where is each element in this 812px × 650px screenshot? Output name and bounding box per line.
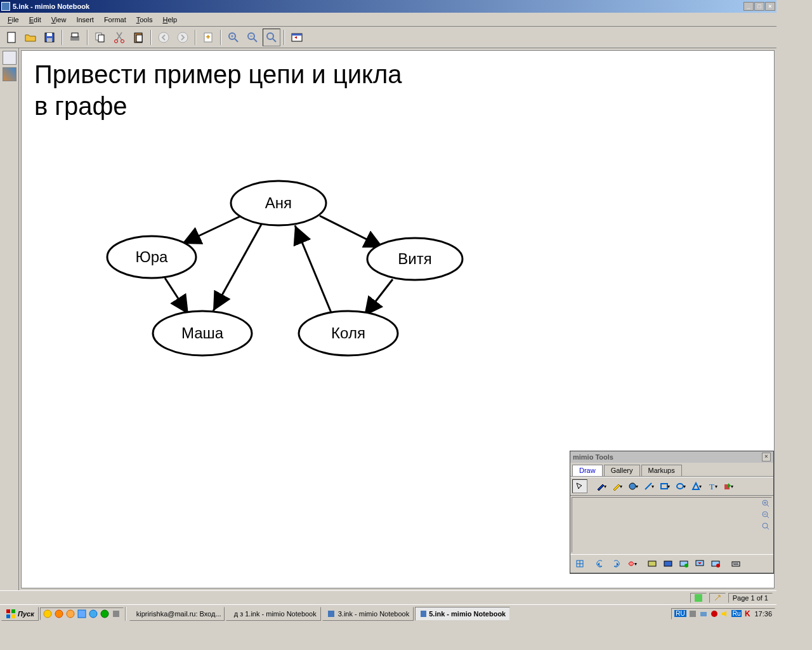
taskbar-item-3[interactable]: 3.ink - mimio Notebook xyxy=(322,607,414,621)
tool-screen-down[interactable] xyxy=(692,557,707,571)
taskbar-item-2[interactable]: д з 1.ink - mimio Notebook xyxy=(226,607,321,621)
svg-rect-5 xyxy=(72,33,78,37)
node-yura: Юра xyxy=(136,248,169,265)
svg-rect-19 xyxy=(292,34,302,36)
tool-triangle[interactable]: ▾ xyxy=(689,479,704,493)
svg-point-43 xyxy=(684,564,688,567)
svg-rect-63 xyxy=(421,611,426,617)
taskbar-item-1[interactable]: kipririshka@mail.ru: Вход... xyxy=(129,607,225,621)
tool-screen-yellow[interactable] xyxy=(645,557,660,571)
ql-icon-7[interactable] xyxy=(111,609,121,619)
minimize-button[interactable]: _ xyxy=(743,2,754,11)
tray-icon-1[interactable] xyxy=(688,609,697,618)
tool-rectangle[interactable]: ▾ xyxy=(657,479,672,493)
ql-icon-4[interactable] xyxy=(77,609,87,619)
menu-tools[interactable]: Tools xyxy=(131,15,158,25)
tab-markups[interactable]: Markups xyxy=(641,465,682,476)
maximize-button[interactable]: □ xyxy=(754,2,764,11)
close-button[interactable]: × xyxy=(765,2,775,11)
tool-screen-blue[interactable] xyxy=(660,557,676,571)
forward-button[interactable] xyxy=(174,29,192,46)
zoom-in-icon[interactable] xyxy=(761,499,770,508)
tab-draw[interactable]: Draw xyxy=(572,465,603,476)
svg-line-23 xyxy=(295,225,334,319)
taskbar: Пуск kipririshka@mail.ru: Вход... д з 1.… xyxy=(0,604,776,622)
tool-pen[interactable]: ▾ xyxy=(594,479,609,493)
menu-insert[interactable]: Insert xyxy=(71,15,99,25)
menu-format[interactable]: Format xyxy=(99,15,131,25)
menu-view[interactable]: View xyxy=(46,15,72,25)
mimio-tools-panel: mimio Tools × Draw Gallery Markups ▾ ▾ ▾… xyxy=(570,451,774,574)
tray-icon-k[interactable]: K xyxy=(743,609,752,618)
tray-volume-icon[interactable] xyxy=(721,609,730,618)
sidebar-tab-2[interactable] xyxy=(3,67,16,81)
titlebar: 5.ink - mimio Notebook _ □ × xyxy=(0,0,776,13)
tool-screen-add[interactable] xyxy=(676,557,691,571)
tray-clock[interactable]: 17:36 xyxy=(754,610,772,618)
svg-rect-65 xyxy=(700,612,707,616)
svg-point-12 xyxy=(159,32,169,43)
svg-point-54 xyxy=(55,610,63,618)
tool-snap[interactable] xyxy=(572,557,587,571)
tool-redo[interactable] xyxy=(608,557,624,571)
mimio-tools-close[interactable]: × xyxy=(762,453,771,461)
slide-canvas[interactable]: Привести пример цепи и цикла в графе Аня… xyxy=(21,50,775,588)
cut-button[interactable] xyxy=(110,29,128,46)
ql-icon-6[interactable] xyxy=(100,609,110,619)
mimio-tools-titlebar[interactable]: mimio Tools × xyxy=(570,451,773,463)
node-vitya: Витя xyxy=(398,250,431,267)
ql-icon-1[interactable] xyxy=(43,609,53,619)
zoom-out-icon[interactable] xyxy=(761,510,770,519)
zoom-in-button[interactable] xyxy=(225,29,242,46)
ql-icon-5[interactable] xyxy=(88,609,98,619)
taskbar-item-4[interactable]: 5.ink - mimio Notebook xyxy=(415,607,510,621)
tool-import[interactable]: ▾ xyxy=(721,479,736,493)
ql-icon-2[interactable] xyxy=(54,609,64,619)
lang-indicator-1[interactable]: RU xyxy=(674,610,686,617)
print-button[interactable] xyxy=(66,29,84,46)
svg-point-46 xyxy=(716,564,720,567)
sidebar-tab-1[interactable] xyxy=(3,51,16,65)
new-button[interactable] xyxy=(3,29,20,46)
zoom-fit-button[interactable] xyxy=(263,29,280,46)
menu-file[interactable]: File xyxy=(3,15,24,25)
menu-edit[interactable]: Edit xyxy=(24,15,46,25)
tab-gallery[interactable]: Gallery xyxy=(604,465,640,476)
lang-indicator-2[interactable]: Ru xyxy=(731,610,742,617)
tool-keyboard[interactable] xyxy=(728,557,743,571)
status-icon-2[interactable] xyxy=(709,593,726,603)
tool-pointer[interactable] xyxy=(572,479,587,493)
tool-screen-record[interactable] xyxy=(708,557,723,571)
copy-button[interactable] xyxy=(91,29,109,46)
ql-icon-3[interactable] xyxy=(65,609,75,619)
tool-text[interactable]: T▾ xyxy=(705,479,720,493)
zoom-fit-icon[interactable] xyxy=(761,522,770,531)
tool-line[interactable]: ▾ xyxy=(641,479,657,493)
svg-rect-3 xyxy=(47,38,52,42)
svg-rect-0 xyxy=(8,32,15,43)
new-page-button[interactable] xyxy=(199,29,217,46)
svg-rect-40 xyxy=(648,561,656,566)
tool-delete[interactable]: ▾ xyxy=(624,557,639,571)
tool-eraser[interactable]: ▾ xyxy=(625,479,641,493)
tray-icon-3[interactable] xyxy=(710,609,719,618)
status-icon-1[interactable] xyxy=(690,593,707,603)
paste-button[interactable] xyxy=(129,29,147,46)
open-button[interactable] xyxy=(22,29,39,46)
svg-line-21 xyxy=(213,221,263,311)
tool-highlighter[interactable]: ▾ xyxy=(610,479,625,493)
svg-text:T: T xyxy=(709,482,714,491)
svg-line-25 xyxy=(364,279,393,316)
tray-icon-2[interactable] xyxy=(699,609,708,618)
start-button[interactable]: Пуск xyxy=(1,607,39,621)
zoom-out-button[interactable] xyxy=(244,29,261,46)
svg-point-38 xyxy=(763,523,768,528)
svg-rect-32 xyxy=(661,484,667,489)
back-button[interactable] xyxy=(155,29,173,46)
menu-help[interactable]: Help xyxy=(157,15,182,25)
fullscreen-button[interactable] xyxy=(288,29,306,46)
save-button[interactable] xyxy=(41,29,58,46)
tool-ellipse[interactable]: ▾ xyxy=(673,479,688,493)
mimio-tools-canvas xyxy=(572,497,772,553)
tool-undo[interactable] xyxy=(593,557,608,571)
